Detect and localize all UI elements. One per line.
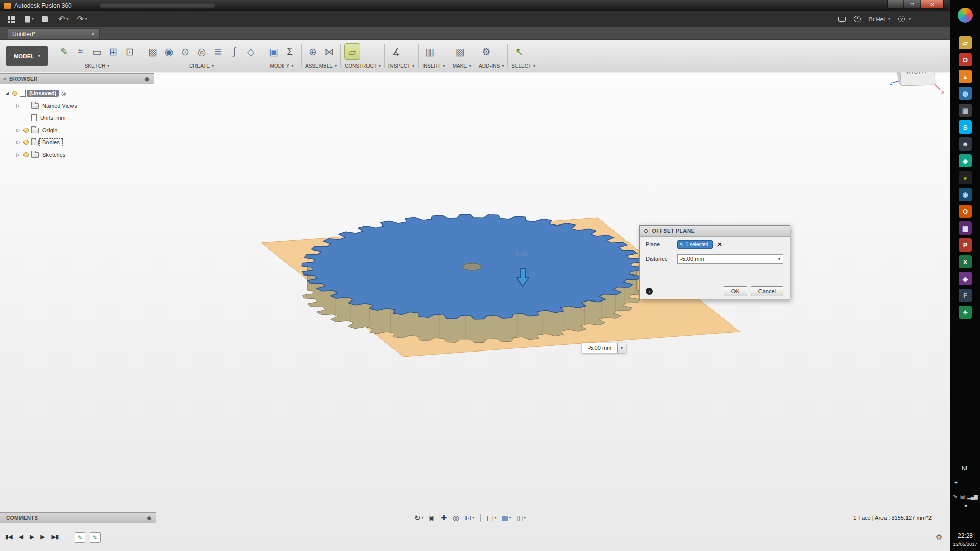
user-account-menu[interactable]: Br Hel ▾ bbox=[869, 16, 890, 22]
distance-input[interactable]: -5.00 mm ▾ bbox=[677, 254, 783, 264]
joint-icon[interactable]: ⋈ bbox=[322, 44, 337, 59]
torus-icon[interactable]: ◎ bbox=[194, 44, 209, 59]
play-icon[interactable]: ▶ bbox=[30, 533, 34, 540]
rectangular-pattern-icon[interactable]: ⊞ bbox=[106, 44, 121, 59]
ok-button[interactable]: OK bbox=[724, 286, 747, 296]
box-icon[interactable]: ▧ bbox=[145, 44, 160, 59]
taskbar-teal-app-icon[interactable]: ◆ bbox=[959, 154, 972, 167]
dialog-handle-icon[interactable]: ⊖ bbox=[644, 228, 649, 234]
create-sketch-icon[interactable]: ✎ bbox=[57, 44, 72, 59]
tray-collapse-icon[interactable]: ◂ bbox=[954, 479, 957, 485]
step-back-icon[interactable]: ◀ bbox=[19, 533, 23, 540]
taskbar-orange-o-icon[interactable]: O bbox=[959, 205, 972, 218]
ribbon-group-label-inspect[interactable]: INSPECT ▾ bbox=[388, 62, 414, 71]
viewports-icon[interactable]: ◫ ▾ bbox=[514, 512, 528, 523]
ribbon-group-label-create[interactable]: CREATE ▾ bbox=[145, 62, 258, 71]
taskbar-f-app-icon[interactable]: F bbox=[959, 289, 972, 302]
zoom-icon[interactable]: ◎ bbox=[451, 512, 462, 523]
tray-pen-icon[interactable]: ✎ bbox=[953, 494, 957, 499]
ribbon-group-label-make[interactable]: MAKE ▾ bbox=[453, 62, 471, 71]
expander-icon[interactable]: ▷ bbox=[14, 152, 22, 157]
sphere-icon[interactable]: ◉ bbox=[161, 44, 177, 59]
node-label[interactable]: Units: mm bbox=[38, 114, 68, 121]
change-parameters-icon[interactable]: Σ bbox=[282, 44, 298, 59]
node-label[interactable]: Named Views bbox=[40, 102, 80, 109]
taskbar-globe-icon[interactable]: ◍ bbox=[959, 87, 972, 100]
viewbar-separator[interactable] bbox=[480, 514, 481, 522]
taskbar-contacts-icon[interactable]: ☻ bbox=[959, 137, 972, 151]
data-panel-grid-icon[interactable] bbox=[8, 14, 16, 25]
taskbar-red-app-icon[interactable]: O bbox=[959, 53, 972, 66]
browser-tree-item[interactable]: ▷ Sketches bbox=[0, 148, 154, 161]
comments-bubble-icon[interactable] bbox=[838, 17, 846, 22]
minimize-button[interactable]: – bbox=[887, 0, 903, 9]
expander-icon[interactable]: ▷ bbox=[14, 128, 22, 133]
visibility-bulb-icon[interactable] bbox=[23, 128, 29, 133]
browser-panel-header[interactable]: « BROWSER ◉ bbox=[0, 73, 154, 84]
plane-selection-chip[interactable]: ↖ 1 selected bbox=[677, 240, 713, 249]
fit-icon[interactable]: ⊡ ▾ bbox=[463, 512, 476, 523]
comments-bar[interactable]: COMMENTS ◉ bbox=[0, 512, 156, 523]
taskbar-browser-logo-icon[interactable] bbox=[958, 8, 973, 23]
attached-canvas-icon[interactable]: ▥ bbox=[422, 44, 437, 59]
browser-tree-item[interactable]: Units: mm bbox=[0, 112, 154, 124]
file-menu-icon[interactable]: ▾ bbox=[24, 14, 34, 25]
ribbon-group-label-addins[interactable]: ADD-INS ▾ bbox=[479, 62, 504, 71]
ribbon-group-label-construct[interactable]: CONSTRUCT ▾ bbox=[345, 62, 381, 71]
language-indicator[interactable]: NL bbox=[950, 465, 980, 471]
expander-icon[interactable]: ◢ bbox=[3, 91, 11, 96]
visibility-bulb-icon[interactable] bbox=[23, 152, 29, 157]
pan-icon[interactable]: ✚ bbox=[438, 512, 450, 523]
close-tab-icon[interactable]: × bbox=[91, 31, 95, 38]
job-status-clock-icon[interactable] bbox=[854, 16, 861, 22]
loft-icon[interactable]: ◇ bbox=[243, 44, 258, 59]
taskbar-excel-icon[interactable]: X bbox=[959, 255, 972, 268]
tray-volume-icon[interactable]: ◄ bbox=[963, 503, 968, 508]
timeline-sketch-feature-icon[interactable]: ✎ bbox=[75, 532, 85, 543]
tray-display-icon[interactable]: ▤ bbox=[960, 494, 964, 499]
taskbar-folder-icon[interactable]: ▱ bbox=[959, 36, 972, 49]
expander-icon[interactable]: ▷ bbox=[14, 103, 22, 108]
browser-tree-item[interactable]: ▷ Named Views bbox=[0, 99, 154, 112]
visibility-bulb-icon[interactable] bbox=[12, 91, 17, 96]
node-label[interactable]: Bodies bbox=[40, 139, 62, 146]
orbit-icon[interactable]: ↻ ▾ bbox=[412, 512, 425, 523]
taskbar-sphere-icon[interactable]: ◉ bbox=[959, 188, 972, 201]
new-component-icon[interactable]: ⊕ bbox=[305, 44, 321, 59]
display-settings-icon[interactable]: ▤ ▾ bbox=[485, 512, 499, 523]
node-label[interactable]: Sketches bbox=[40, 151, 68, 158]
node-label[interactable]: (Unsaved) bbox=[27, 90, 59, 97]
ribbon-group-label-select[interactable]: SELECT ▾ bbox=[511, 62, 535, 71]
scripts-addins-icon[interactable]: ⚙ bbox=[479, 44, 494, 59]
distance-value-input[interactable]: -5.00 mm bbox=[582, 343, 618, 353]
cancel-button[interactable]: Cancel bbox=[751, 286, 783, 296]
node-label[interactable]: Origin bbox=[40, 127, 60, 134]
ribbon-group-label-sketch[interactable]: SKETCH ▾ bbox=[57, 62, 137, 71]
info-icon[interactable]: i bbox=[646, 288, 653, 295]
grid-snap-icon[interactable]: ▦ ▾ bbox=[499, 512, 513, 523]
measure-icon[interactable]: ∡ bbox=[388, 44, 404, 59]
taskbar-media-icon[interactable]: ● bbox=[959, 171, 972, 184]
select-icon[interactable]: ↖ bbox=[511, 44, 527, 59]
clear-selection-icon[interactable]: ✕ bbox=[717, 241, 722, 248]
look-at-icon[interactable]: ◉ bbox=[426, 512, 437, 523]
undo-icon[interactable]: ↶ ▾ bbox=[58, 14, 68, 25]
workspace-switcher-model[interactable]: MODEL ▾ bbox=[6, 46, 48, 66]
taskbar-photos-icon[interactable]: ▦ bbox=[959, 221, 972, 235]
step-forward-icon[interactable]: ▶ bbox=[40, 533, 44, 540]
spline-icon[interactable]: ≈ bbox=[73, 44, 88, 59]
help-menu[interactable]: ? ▾ bbox=[898, 16, 911, 22]
browser-tree-item[interactable]: ◢ (Unsaved) ◎ bbox=[0, 87, 154, 99]
taskbar-skype-icon[interactable]: S bbox=[959, 120, 972, 134]
ground-to-parent-icon[interactable]: ◎ bbox=[61, 90, 66, 97]
taskbar-green-app-icon[interactable]: ✦ bbox=[959, 306, 972, 319]
comments-options-icon[interactable]: ◉ bbox=[147, 515, 152, 521]
maximize-button[interactable]: □ bbox=[904, 0, 920, 9]
taskbar-gray-app-icon[interactable]: ▣ bbox=[959, 104, 972, 117]
taskbar-pdf-icon[interactable]: P bbox=[959, 238, 972, 252]
dialog-titlebar[interactable]: ⊖ OFFSET PLANE bbox=[640, 226, 790, 237]
timeline-sketch-feature-2-icon[interactable]: ✎ bbox=[90, 532, 101, 543]
point-icon[interactable]: ⊡ bbox=[122, 44, 137, 59]
preferences-gear-icon[interactable]: ⚙ bbox=[936, 533, 942, 542]
cylinder-icon[interactable]: ⊙ bbox=[178, 44, 193, 59]
